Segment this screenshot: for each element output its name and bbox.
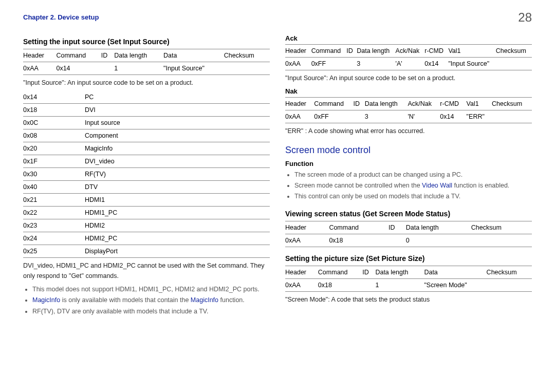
th: Ack/Nak bbox=[408, 98, 440, 110]
list-item: This model does not support HDMI1, HDMI1… bbox=[32, 284, 270, 295]
th: Data length bbox=[357, 45, 395, 58]
td: 'N' bbox=[408, 110, 440, 123]
heading-set-input-source: Setting the input source (Set Input Sour… bbox=[23, 38, 270, 46]
td: "Input Source" bbox=[448, 58, 495, 70]
td: Input source bbox=[85, 117, 270, 129]
table-input-codes: 0x14PC0x18DVI0x0CInput source0x08Compone… bbox=[23, 91, 270, 258]
table-row: 0x14PC bbox=[23, 91, 270, 104]
magicinfo-link: MagicInfo bbox=[32, 296, 60, 304]
table-row: 0x0CInput source bbox=[23, 117, 270, 129]
th: Checksum bbox=[471, 221, 532, 234]
chapter-title: Chapter 2. Device setup bbox=[23, 13, 532, 21]
td: 0x08 bbox=[23, 129, 85, 142]
td: 0 bbox=[406, 234, 471, 247]
left-column: Setting the input source (Set Input Sour… bbox=[23, 30, 270, 320]
table-row: 0x40DTV bbox=[23, 181, 270, 194]
heading-nak: Nak bbox=[285, 87, 532, 95]
td: 0x23 bbox=[23, 219, 85, 232]
text: function. bbox=[218, 296, 245, 304]
td bbox=[496, 58, 532, 70]
td: HDMI2_PC bbox=[85, 232, 270, 245]
th: Header bbox=[285, 266, 318, 278]
magicinfo-link: MagicInfo bbox=[191, 296, 218, 304]
td: PC bbox=[85, 91, 270, 104]
text: Screen mode cannot be controlled when th… bbox=[294, 182, 422, 189]
td: DisplayPort bbox=[85, 245, 270, 258]
th: Data length bbox=[406, 221, 471, 234]
td: 0x21 bbox=[23, 194, 85, 207]
th: Header bbox=[285, 221, 329, 234]
td: 0x18 bbox=[329, 234, 388, 247]
td bbox=[471, 234, 532, 247]
table-row: 0x1FDVI_video bbox=[23, 155, 270, 168]
note-nak: "ERR" : A code showing what error has oc… bbox=[285, 126, 532, 136]
th: Data bbox=[424, 266, 486, 278]
td: HDMI1 bbox=[85, 194, 270, 207]
td: 0x24 bbox=[23, 232, 85, 245]
list-item: Screen mode cannot be controlled when th… bbox=[294, 180, 532, 191]
function-list: The screen mode of a product can be chan… bbox=[285, 170, 532, 202]
td: 0xFF bbox=[314, 110, 353, 123]
td: 0xAA bbox=[285, 278, 318, 291]
td bbox=[101, 62, 114, 75]
th: Checksum bbox=[492, 98, 532, 110]
td: MagicInfo bbox=[85, 142, 270, 155]
td: 0x18 bbox=[23, 104, 85, 117]
th: Val1 bbox=[467, 98, 492, 110]
th: ID bbox=[354, 98, 365, 110]
table-row: 0x30RF(TV) bbox=[23, 168, 270, 181]
td: 0xAA bbox=[285, 110, 314, 123]
td: 1 bbox=[375, 278, 424, 291]
td: HDMI1_PC bbox=[85, 207, 270, 219]
th: Command bbox=[318, 266, 362, 278]
table-row: 0x21HDMI1 bbox=[23, 194, 270, 207]
th: Ack/Nak bbox=[396, 45, 425, 58]
td bbox=[354, 110, 365, 123]
table-row: 0x22HDMI1_PC bbox=[23, 207, 270, 219]
note-ack: "Input Source": An input source code to … bbox=[285, 73, 532, 83]
td: 0x14 bbox=[424, 58, 448, 70]
td: 0x14 bbox=[440, 110, 466, 123]
heading-ack: Ack bbox=[285, 34, 532, 42]
th: Data bbox=[163, 49, 224, 62]
td: 0x25 bbox=[23, 245, 85, 258]
table-row: 0x20MagicInfo bbox=[23, 142, 270, 155]
th: Command bbox=[56, 49, 101, 62]
video-wall-link: Video Wall bbox=[422, 182, 452, 189]
th: Command bbox=[329, 221, 388, 234]
th: Command bbox=[314, 98, 353, 110]
th: Command bbox=[311, 45, 347, 58]
notes-list: This model does not support HDMI1, HDMI1… bbox=[23, 284, 270, 317]
td: 3 bbox=[357, 58, 395, 70]
th: r-CMD bbox=[424, 45, 448, 58]
list-item: The screen mode of a product can be chan… bbox=[294, 170, 532, 180]
td bbox=[346, 58, 357, 70]
page-number: 28 bbox=[518, 10, 532, 25]
th: Val1 bbox=[448, 45, 495, 58]
td: DVI bbox=[85, 104, 270, 117]
td: 0x18 bbox=[318, 278, 362, 291]
td: Component bbox=[85, 129, 270, 142]
table-row: 0x08Component bbox=[23, 129, 270, 142]
td: 0x14 bbox=[56, 62, 101, 75]
td: 0x30 bbox=[23, 168, 85, 181]
table-row: 0xAA 0xFF 3 'A' 0x14 "Input Source" bbox=[285, 58, 532, 70]
td: "Input Source" bbox=[163, 62, 224, 75]
td: 0x1F bbox=[23, 155, 85, 168]
th: Header bbox=[23, 49, 56, 62]
table-row: 0x24HDMI2_PC bbox=[23, 232, 270, 245]
table-set-input-source: Header Command ID Data length Data Check… bbox=[23, 49, 270, 75]
th: r-CMD bbox=[440, 98, 466, 110]
heading-screen-mode: Screen mode control bbox=[285, 145, 532, 156]
list-item: MagicInfo is only available with models … bbox=[32, 295, 270, 306]
heading-function: Function bbox=[285, 160, 532, 167]
td: DTV bbox=[85, 181, 270, 194]
th: ID bbox=[346, 45, 357, 58]
td bbox=[487, 278, 532, 291]
td: 'A' bbox=[396, 58, 425, 70]
note-input-source: "Input Source": An input source code to … bbox=[23, 78, 270, 88]
note-screen-mode: "Screen Mode": A code that sets the prod… bbox=[285, 295, 532, 305]
table-row: 0xAA 0x14 1 "Input Source" bbox=[23, 62, 270, 75]
td: 0x14 bbox=[23, 91, 85, 104]
th: Checksum bbox=[487, 266, 532, 278]
